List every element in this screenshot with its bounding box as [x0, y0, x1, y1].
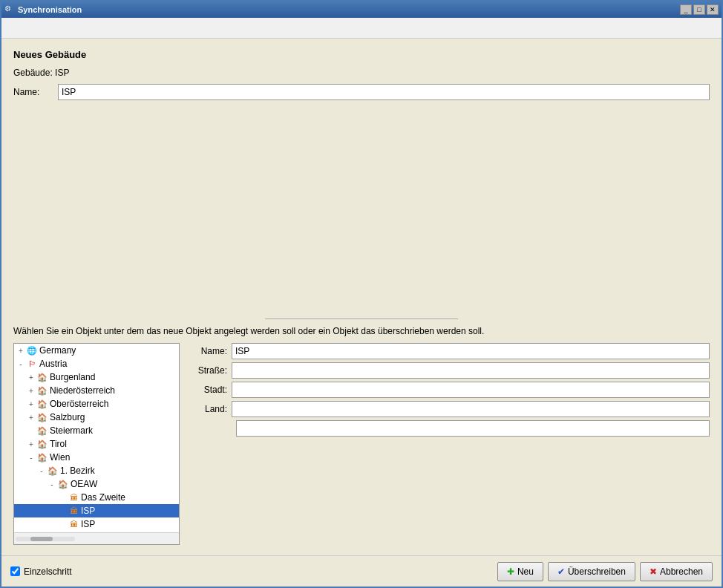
instructions-text: Wählen Sie ein Objekt unter dem das neue…	[13, 325, 710, 338]
toolbar	[1, 18, 722, 39]
tree-item-isp[interactable]: 🏛 ISP	[14, 517, 179, 531]
divider	[265, 318, 458, 319]
label-oeaw: OEAW	[71, 479, 97, 489]
window: ⚙ Synchronisation _ □ ✕ Neues Gebäude Ge…	[0, 0, 723, 588]
label-daszweite: Das Zweite	[81, 492, 125, 503]
gebaeude-label: Gebäude: ISP	[13, 68, 69, 78]
tree-item-burgenland[interactable]: + 🏠 Burgenland	[14, 370, 179, 384]
top-section: Neues Gebäude Gebäude: ISP Name:	[13, 49, 710, 106]
expander-wien[interactable]: -	[26, 452, 36, 463]
maximize-button[interactable]: □	[693, 4, 705, 15]
tree-item-salzburg[interactable]: + 🏠 Salzburg	[14, 411, 179, 424]
tree-item-germany[interactable]: + 🌐 Germany	[14, 344, 179, 357]
title-bar-left: ⚙ Synchronisation	[4, 4, 82, 15]
expander-steiermark	[26, 425, 36, 436]
form-input-strasse[interactable]	[232, 362, 710, 379]
expander-burgenland[interactable]: +	[26, 372, 36, 382]
section-heading: Neues Gebäude	[13, 49, 710, 60]
einzelschritt-checkbox[interactable]	[10, 566, 20, 576]
tree-scroll-area[interactable]: + 🌐 Germany - 🏳 Austria + 🏠 Burgenl	[14, 344, 179, 532]
close-button[interactable]: ✕	[707, 4, 719, 15]
form-label-land: Land:	[187, 404, 232, 414]
label-germany: Germany	[39, 345, 76, 356]
form-input-name[interactable]	[232, 343, 710, 359]
tree-item-wien[interactable]: - 🏠 Wien	[14, 451, 179, 464]
form-row-stadt: Stadt:	[187, 382, 710, 398]
expander-oeaw[interactable]: -	[47, 479, 57, 489]
tree-item-steiermark[interactable]: 🏠 Steiermark	[14, 424, 179, 437]
flag-icon-austria: 🏳	[26, 358, 38, 370]
form-row-strasse: Straße:	[187, 362, 710, 379]
label-isp: ISP	[81, 519, 95, 529]
abbrechen-button[interactable]: ✖ Abbrechen	[640, 562, 713, 581]
region-icon-salzburg: 🏠	[36, 411, 48, 423]
name-input-top[interactable]	[58, 84, 710, 100]
einzelschritt-row: Einzelschritt	[10, 566, 72, 577]
tree-item-oeaw[interactable]: - 🏠 OEAW	[14, 477, 179, 491]
expander-daszweite	[57, 492, 68, 503]
einzelschritt-label[interactable]: Einzelschritt	[24, 566, 72, 577]
lower-section: + 🌐 Germany - 🏳 Austria + 🏠 Burgenl	[13, 343, 710, 545]
building-icon-isp-selected: 🏛	[68, 505, 79, 517]
form-row-extra	[187, 420, 710, 437]
tree-item-daszweite[interactable]: 🏛 Das Zweite	[14, 491, 179, 504]
bottom-bar: Einzelschritt ✚ Neu ✔ Überschreiben ✖ Ab…	[1, 555, 722, 587]
expander-tirol[interactable]: +	[26, 439, 36, 449]
label-wien: Wien	[50, 452, 70, 463]
neu-button[interactable]: ✚ Neu	[497, 562, 543, 581]
expander-salzburg[interactable]: +	[26, 412, 36, 422]
neu-button-label: Neu	[517, 566, 534, 577]
tree-item-tirol[interactable]: + 🏠 Tirol	[14, 437, 179, 451]
form-label-stadt: Stadt:	[187, 385, 232, 395]
label-steiermark: Steiermark	[50, 425, 93, 436]
expander-oberoesterreich[interactable]: +	[26, 399, 36, 409]
tree-item-bezirk1[interactable]: - 🏠 1. Bezirk	[14, 464, 179, 477]
form-input-stadt[interactable]	[232, 382, 710, 398]
region-icon-tirol: 🏠	[36, 438, 48, 450]
label-niederoesterreich: Niederösterreich	[50, 385, 115, 396]
label-austria: Austria	[39, 359, 67, 369]
region-icon-oeaw: 🏠	[57, 478, 69, 490]
tree-hscroll[interactable]	[14, 532, 179, 544]
form-label-name: Name:	[187, 346, 232, 356]
region-icon-oberoesterreich: 🏠	[36, 398, 48, 410]
window-title: Synchronisation	[18, 5, 82, 14]
label-salzburg: Salzburg	[50, 412, 85, 422]
form-row-name: Name:	[187, 343, 710, 359]
expander-austria[interactable]: -	[16, 359, 26, 369]
check-icon: ✔	[557, 566, 565, 577]
name-row-top: Name:	[13, 84, 710, 100]
expander-niederoesterreich[interactable]: +	[26, 385, 36, 396]
tree-item-oberoesterreich[interactable]: + 🏠 Oberösterreich	[14, 397, 179, 411]
spacer	[13, 106, 710, 308]
tree-item-austria[interactable]: - 🏳 Austria	[14, 357, 179, 370]
building-icon-daszweite: 🏛	[68, 491, 79, 503]
title-bar: ⚙ Synchronisation _ □ ✕	[1, 1, 722, 18]
tree-item-isp-selected[interactable]: 🏛 ISP	[14, 504, 179, 517]
expander-germany[interactable]: +	[16, 345, 26, 356]
label-bezirk1: 1. Bezirk	[60, 466, 95, 476]
form-input-land[interactable]	[232, 401, 710, 417]
region-icon-bezirk1: 🏠	[47, 465, 59, 477]
expander-bezirk1[interactable]: -	[36, 466, 47, 476]
expander-isp-selected	[57, 506, 68, 516]
name-label-top: Name:	[13, 87, 58, 97]
label-oberoesterreich: Oberösterreich	[50, 399, 108, 409]
form-input-extra[interactable]	[236, 420, 710, 437]
building-icon-isp: 🏛	[68, 518, 79, 530]
tree-item-niederoesterreich[interactable]: + 🏠 Niederösterreich	[14, 384, 179, 397]
gebaeude-row: Gebäude: ISP	[13, 68, 710, 78]
window-icon: ⚙	[4, 4, 15, 15]
region-icon-burgenland: 🏠	[36, 371, 48, 383]
minimize-button[interactable]: _	[680, 4, 692, 15]
title-bar-controls: _ □ ✕	[680, 4, 719, 15]
x-icon: ✖	[650, 566, 657, 577]
button-group: ✚ Neu ✔ Überschreiben ✖ Abbrechen	[497, 562, 713, 581]
ueberschreiben-button[interactable]: ✔ Überschreiben	[548, 562, 635, 581]
ueberschreiben-button-label: Überschreiben	[568, 566, 626, 577]
label-tirol: Tirol	[50, 439, 67, 449]
content-area: Neues Gebäude Gebäude: ISP Name: Wählen …	[1, 39, 722, 555]
region-icon-steiermark: 🏠	[36, 425, 48, 437]
expander-isp	[57, 519, 68, 529]
label-isp-selected: ISP	[81, 506, 95, 516]
